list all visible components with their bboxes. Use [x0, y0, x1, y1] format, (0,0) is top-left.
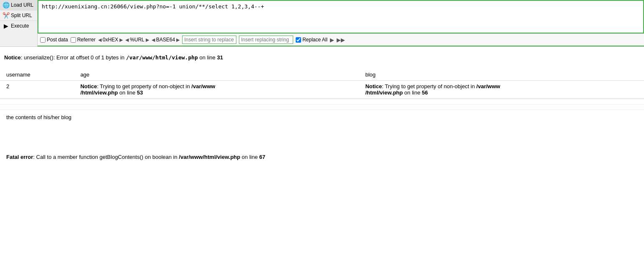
replace-double-arrow[interactable]: ▶▶: [337, 37, 345, 43]
content: Notice: unserialize(): Error at offset 0…: [0, 47, 644, 256]
load-url-label: Load URL: [11, 2, 33, 8]
fatal-error-message: : Call to a member function getBlogConte…: [33, 154, 179, 160]
notice-line-1: Notice: unserialize(): Error at offset 0…: [0, 51, 644, 65]
insert-string-to-replace-input[interactable]: [182, 36, 236, 44]
table-row: 2 Notice: Trying to get property of non-…: [0, 80, 644, 98]
col-header-username: username: [0, 69, 74, 81]
cell-blog-notice: Notice: Trying to get property of non-ob…: [359, 80, 644, 98]
col-header-age: age: [74, 69, 359, 81]
hex-arrow-left[interactable]: [98, 37, 101, 43]
cell-blog-content-text: [359, 104, 644, 110]
age-notice-line: 53: [137, 89, 143, 96]
url-input[interactable]: [38, 0, 644, 33]
fatal-error-line: Fatal error: Call to a member function g…: [6, 154, 638, 160]
post-data-option: Post data: [40, 37, 68, 43]
notice-file-1: /var/www/html/view.php: [126, 54, 198, 61]
referrer-label: Referrer: [77, 37, 96, 43]
execute-label: Execute: [11, 23, 29, 29]
split-url-label: Split URL: [11, 13, 32, 18]
insert-replacing-string-input[interactable]: [239, 36, 293, 44]
load-url-button[interactable]: 🌐 Load URL: [0, 0, 37, 10]
url-arrow-right[interactable]: [146, 37, 149, 43]
notice-label-1: Notice: [4, 54, 21, 61]
blog-notice-suffix: on line: [403, 89, 422, 96]
table-header-row: username age blog: [0, 69, 644, 81]
base64-label: BASE64: [156, 37, 175, 43]
replace-all-label: Replace All: [302, 37, 327, 43]
fatal-error-line-num: 67: [259, 154, 265, 160]
hex-label: 0xHEX: [103, 37, 118, 43]
post-data-checkbox[interactable]: [40, 37, 46, 43]
url-arrow-left[interactable]: [125, 37, 129, 43]
fatal-error-label: Fatal error: [6, 154, 33, 160]
blog-text-row: [0, 104, 644, 110]
col-header-blog: blog: [359, 69, 644, 81]
blog-content-row: [0, 99, 644, 104]
replace-all-checkbox[interactable]: [296, 37, 301, 43]
url-option: %URL: [125, 37, 149, 43]
split-url-icon: ✂️: [3, 12, 9, 19]
blog-notice-message: : Trying to get property of non-object i…: [382, 83, 476, 89]
execute-icon: ▶: [3, 23, 9, 29]
blog-content-area: the contents of his/her blog Fatal error…: [0, 110, 644, 164]
cell-row-number: 2: [0, 80, 74, 98]
base64-option: BASE64: [152, 37, 180, 43]
base64-arrow-left[interactable]: [152, 37, 155, 43]
base64-arrow-right[interactable]: [176, 37, 180, 43]
fatal-error-file: /var/www/html/view.php: [179, 154, 240, 160]
cell-empty-username: [0, 99, 74, 104]
cell-blog-text-num: [0, 104, 74, 110]
notice-suffix-1: on line: [198, 54, 217, 61]
blog-notice-line: 56: [422, 89, 428, 96]
cell-empty-age: [74, 99, 359, 104]
split-url-button[interactable]: ✂️ Split URL: [0, 10, 37, 21]
fatal-error-suffix: on line: [240, 154, 259, 160]
left-buttons: 🌐 Load URL ✂️ Split URL ▶ Execute: [0, 0, 38, 46]
data-table: username age blog 2 Notice: Trying to ge…: [0, 69, 644, 110]
toolbar: 🌐 Load URL ✂️ Split URL ▶ Execute Post d…: [0, 0, 644, 47]
replace-arrow-right[interactable]: ▶: [330, 37, 334, 43]
options-bar: Post data Referrer 0xHEX %URL BASE64: [38, 33, 644, 46]
age-notice-message: : Trying to get property of non-object i…: [97, 83, 191, 89]
hex-arrow-right[interactable]: [119, 37, 123, 43]
blog-content-text: the contents of his/her blog: [6, 114, 638, 120]
url-encode-label: %URL: [130, 37, 145, 43]
execute-button[interactable]: ▶ Execute: [0, 21, 37, 31]
cell-blog-content: [74, 104, 359, 110]
blog-notice-label: Notice: [365, 83, 382, 89]
hex-option: 0xHEX: [98, 37, 123, 43]
age-notice-suffix: on line: [118, 89, 137, 96]
replace-all-option: Replace All: [296, 37, 327, 43]
referrer-checkbox[interactable]: [71, 37, 76, 43]
post-data-label: Post data: [47, 37, 68, 43]
notice-line-num-1: 31: [217, 54, 223, 61]
cell-age-notice: Notice: Trying to get property of non-ob…: [74, 80, 359, 98]
load-url-icon: 🌐: [3, 2, 9, 8]
cell-empty-blog: [359, 99, 644, 104]
age-notice-label: Notice: [80, 83, 97, 89]
url-area: Post data Referrer 0xHEX %URL BASE64: [38, 0, 644, 46]
notice-message-1: : unserialize(): Error at offset 0 of 1 …: [21, 54, 126, 61]
referrer-option: Referrer: [71, 37, 96, 43]
